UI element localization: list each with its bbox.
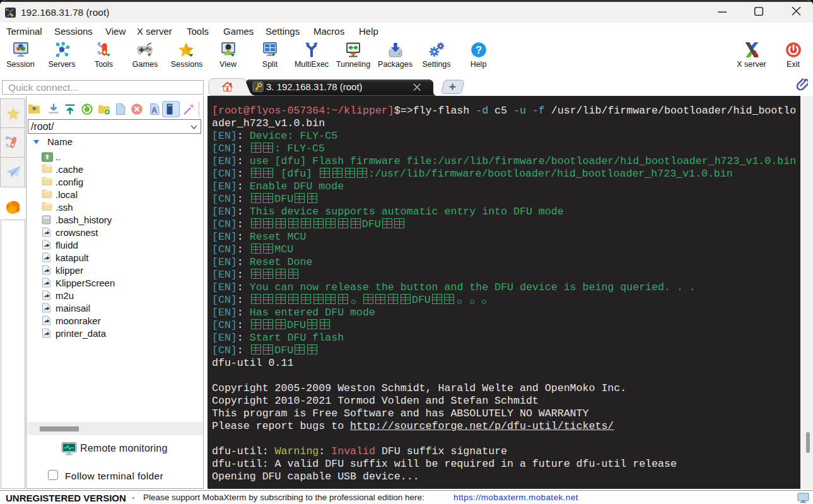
svg-text:?: ? bbox=[475, 44, 481, 56]
svg-text:A: A bbox=[151, 106, 157, 115]
svg-text:3. 192.168.31.78 (root): 3. 192.168.31.78 (root) bbox=[266, 81, 363, 92]
